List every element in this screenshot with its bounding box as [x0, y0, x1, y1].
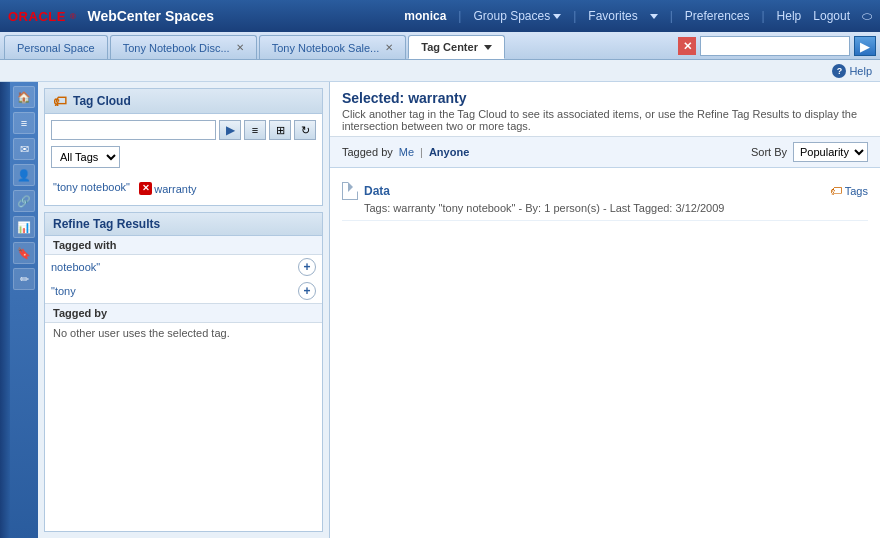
far-left-strip — [0, 82, 10, 538]
refine-add-tony-button[interactable]: + — [298, 282, 316, 300]
tab-personal-space[interactable]: Personal Space — [4, 35, 108, 59]
results-area: Data 🏷 Tags Tags: warranty "tony noteboo… — [330, 168, 880, 538]
sort-right: Sort By Popularity — [751, 142, 868, 162]
tags-link-label: Tags — [845, 185, 868, 197]
right-panel: Selected: warranty Click another tag in … — [330, 82, 880, 538]
sidebar-home-icon[interactable]: 🏠 — [13, 86, 35, 108]
filter-separator: | — [420, 146, 423, 158]
tag-cloud-icon: 🏷 — [53, 93, 67, 109]
favorites-dropdown-icon — [650, 14, 658, 19]
result-title-row: Data 🏷 Tags — [342, 182, 868, 200]
tag-warranty[interactable]: ✕ warranty — [139, 182, 196, 195]
close-icon: ⬭ — [862, 9, 872, 23]
tag-search-input[interactable] — [51, 120, 216, 140]
selected-description: Click another tag in the Tag Cloud to se… — [342, 108, 868, 132]
anyone-filter-link[interactable]: Anyone — [429, 146, 469, 158]
tab-tag-center-label: Tag Center — [421, 41, 478, 53]
document-icon — [342, 182, 358, 200]
tag-grid-button[interactable]: ⊞ — [269, 120, 291, 140]
favorites-button[interactable]: Favorites — [588, 9, 637, 23]
tags-link[interactable]: 🏷 Tags — [830, 184, 868, 198]
tab-search-input[interactable] — [700, 36, 850, 56]
refine-item-notebook-label: notebook" — [51, 261, 100, 273]
help-label: Help — [849, 65, 872, 77]
refine-add-notebook-button[interactable]: + — [298, 258, 316, 276]
tag-cloud-section: 🏷 Tag Cloud ▶ ≡ ⊞ ↻ All Tags "tony noteb… — [44, 88, 323, 206]
sidebar-chart-icon[interactable]: 📊 — [13, 216, 35, 238]
result-title-link[interactable]: Data — [342, 182, 390, 200]
product-name: WebCenter Spaces — [87, 8, 214, 24]
tag-cloud-content: "tony notebook" ✕ warranty — [45, 174, 322, 205]
tag-filter-row: All Tags — [45, 144, 322, 174]
no-user-text: No other user uses the selected tag. — [45, 323, 322, 343]
tag-search-row: ▶ ≡ ⊞ ↻ — [45, 114, 322, 144]
help-bar: ? Help — [0, 60, 880, 82]
logo-separator — [80, 9, 84, 24]
tag-warranty-remove-icon[interactable]: ✕ — [139, 182, 152, 195]
selected-header: Selected: warranty Click another tag in … — [330, 82, 880, 137]
preferences-link[interactable]: Preferences — [685, 9, 750, 23]
selected-title: Selected: warranty — [342, 90, 868, 106]
refine-item-notebook[interactable]: notebook" + — [45, 255, 322, 279]
filter-left: Tagged by Me | Anyone — [342, 146, 469, 158]
filter-bar: Tagged by Me | Anyone Sort By Popularity — [330, 137, 880, 168]
group-spaces-dropdown-icon — [553, 14, 561, 19]
logout-link[interactable]: Logout — [813, 9, 850, 23]
refine-item-tony-label: "tony — [51, 285, 76, 297]
result-meta: Tags: warranty "tony notebook" - By: 1 p… — [342, 202, 868, 214]
tab-tag-center-dropdown-icon — [484, 45, 492, 50]
help-icon: ? — [832, 64, 846, 78]
oracle-tm: ® — [70, 12, 76, 21]
sidebar-people-icon[interactable]: 👤 — [13, 164, 35, 186]
tags-small-icon: 🏷 — [830, 184, 842, 198]
tab-tony-notebook-disc[interactable]: Tony Notebook Disc... ✕ — [110, 35, 257, 59]
left-panel: 🏷 Tag Cloud ▶ ≡ ⊞ ↻ All Tags "tony noteb… — [38, 82, 330, 538]
tab-tony-notebook-sale[interactable]: Tony Notebook Sale... ✕ — [259, 35, 407, 59]
main-content: 🏠 ≡ ✉ 👤 🔗 📊 🔖 ✏ 🏷 Tag Cloud ▶ ≡ ⊞ ↻ — [0, 82, 880, 538]
oracle-logo-text: ORACLE — [8, 9, 66, 24]
tab-search-area: ✕ ▶ — [678, 36, 876, 59]
close-tab-tony-sale-icon[interactable]: ✕ — [385, 42, 393, 53]
tab-tony-disc-label: Tony Notebook Disc... — [123, 42, 230, 54]
sidebar-icons: 🏠 ≡ ✉ 👤 🔗 📊 🔖 ✏ — [10, 82, 38, 538]
sidebar-link-icon[interactable]: 🔗 — [13, 190, 35, 212]
tagged-by-label: Tagged by — [342, 146, 393, 158]
tag-refresh-button[interactable]: ↻ — [294, 120, 316, 140]
me-filter-link[interactable]: Me — [399, 146, 414, 158]
result-title-text: Data — [364, 184, 390, 198]
tag-tony-notebook[interactable]: "tony notebook" — [53, 181, 130, 193]
refine-section-title: Refine Tag Results — [53, 217, 160, 231]
tag-search-go-button[interactable]: ▶ — [219, 120, 241, 140]
sidebar-mail-icon[interactable]: ✉ — [13, 138, 35, 160]
search-go-button[interactable]: ▶ — [854, 36, 876, 56]
tag-list-button[interactable]: ≡ — [244, 120, 266, 140]
tagged-by-section: Tagged by No other user uses the selecte… — [45, 303, 322, 343]
help-button[interactable]: ? Help — [832, 64, 872, 78]
oracle-logo: ORACLE ® WebCenter Spaces — [8, 8, 214, 24]
result-item-data: Data 🏷 Tags Tags: warranty "tony noteboo… — [342, 176, 868, 221]
refine-item-tony[interactable]: "tony + — [45, 279, 322, 303]
tag-cloud-header: 🏷 Tag Cloud — [45, 89, 322, 114]
sort-select[interactable]: Popularity — [793, 142, 868, 162]
top-navbar: ORACLE ® WebCenter Spaces monica | Group… — [0, 0, 880, 32]
refine-section: Refine Tag Results Tagged with notebook"… — [44, 212, 323, 532]
tagged-by-title: Tagged by — [45, 304, 322, 323]
tab-bar: Personal Space Tony Notebook Disc... ✕ T… — [0, 32, 880, 60]
tab-tag-center[interactable]: Tag Center — [408, 35, 505, 59]
tab-tony-sale-label: Tony Notebook Sale... — [272, 42, 380, 54]
sidebar-edit-icon[interactable]: ✏ — [13, 268, 35, 290]
tab-personal-space-label: Personal Space — [17, 42, 95, 54]
tag-warranty-label: warranty — [154, 183, 196, 195]
close-tab-tony-disc-icon[interactable]: ✕ — [236, 42, 244, 53]
sidebar-list-icon[interactable]: ≡ — [13, 112, 35, 134]
group-spaces-button[interactable]: Group Spaces — [473, 9, 561, 23]
tag-cloud-title: Tag Cloud — [73, 94, 131, 108]
user-name: monica — [404, 9, 446, 23]
sidebar-bookmark-icon[interactable]: 🔖 — [13, 242, 35, 264]
help-link[interactable]: Help — [777, 9, 802, 23]
sort-by-label: Sort By — [751, 146, 787, 158]
clear-search-button[interactable]: ✕ — [678, 37, 696, 55]
tagged-with-title: Tagged with — [45, 236, 322, 255]
nav-right: monica | Group Spaces | Favorites | Pref… — [404, 9, 872, 23]
tag-filter-select[interactable]: All Tags — [51, 146, 120, 168]
